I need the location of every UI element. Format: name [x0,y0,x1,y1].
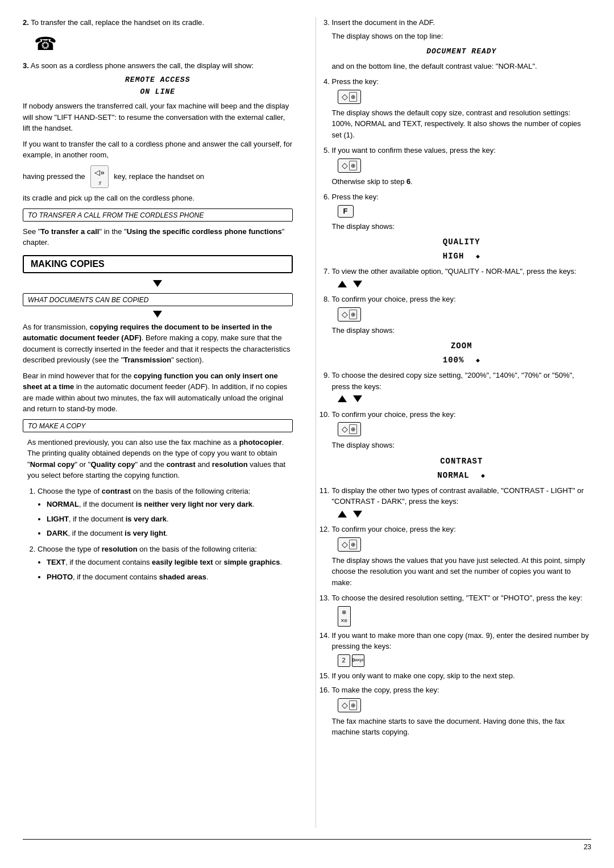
what-docs-para2: Bear in mind however that for the copyin… [23,370,293,415]
b2-bold: LIGHT [47,515,69,523]
diamond-icon-1: ◇ [342,91,348,103]
b4-post2: or [213,558,224,566]
bullet-photo: PHOTO, if the document contains shaded a… [47,571,293,583]
arrow-up-11 [338,511,347,518]
num-keys-group: 2 9wxyz [338,654,364,667]
right-step-9: To choose the desired copy size setting,… [332,370,592,406]
step1-post: on the basis of the following criteria: [131,487,250,495]
to-transfer-text: See "To transfer a call" in the "Using t… [23,226,293,248]
high-text: HIGH [443,252,464,261]
b5-bold2: shaded areas [159,573,206,581]
copy-icon-2: ⊕ [349,161,357,170]
b1-post: , if the document [79,500,136,508]
right-step-13: To choose the desired resolution setting… [332,592,592,627]
para3-post: key, replace the handset on [114,172,204,180]
copy-key-2[interactable]: ◇ ⊕ [338,158,361,173]
copy-icon-1: ⊕ [349,92,357,102]
page: 2. To transfer the call, replace the han… [0,0,614,868]
key-9[interactable]: 9wxyz [352,654,364,667]
step14-text: If you want to make more than one copy (… [332,631,589,651]
para3-left: having pressed the ◁» ꝿ key, replace the… [23,165,293,189]
tmc-bold5: resolution [212,460,248,469]
copy-icon-6: ⊕ [349,700,357,710]
step-2-label: 2. [23,18,29,27]
para2-left: If you want to transfer the call to a co… [23,139,293,161]
b4-bold3: simple graphics [223,558,280,566]
b1-bold2: is neither very light nor very dark [136,500,252,508]
arrow-right-normal: ⬥ [480,471,486,480]
page-footer: 23 [23,839,591,851]
step6-label: Press the key: [332,193,379,201]
copy-icon-3: ⊕ [349,310,357,319]
right-step-16: To make the copy, press the key: ◇ ⊕ The… [332,685,592,738]
high-display: HIGH ⬥ [332,251,592,262]
step9-arrows [338,394,592,406]
resolution-key[interactable]: ⊗ ×≡ [338,606,351,627]
bullet-text: TEXT, if the document contains easily le… [47,557,293,568]
copy-key-6[interactable]: ◇ ⊕ [338,698,361,712]
resolution-bullets: TEXT, if the document contains easily le… [47,557,293,582]
step5-key-row: ◇ ⊕ [338,158,592,173]
step13-key-row: ⊗ ×≡ [338,606,592,627]
what-docs-bold2: Transmission [123,356,171,364]
bullet-dark: DARK, if the document is very light. [47,528,293,539]
diamond-icon-6: ◇ [342,699,348,711]
f-key[interactable]: F [338,205,354,218]
b1-bold: NORMAL [47,500,79,508]
step4-desc: The display shows the default copy size,… [332,107,592,141]
contrast-display: CONTRAST [332,456,592,468]
cordless-key-icon: ◁» ꝿ [90,165,108,189]
bullet-normal: NORMAL, if the document is neither very … [47,499,293,510]
step1-pre: Choose the type of [38,487,102,495]
step16-key-row: ◇ ⊕ [338,698,592,712]
remote-access-header: REMOTE ACCESS [23,76,293,84]
step6-desc: The display shows: [332,221,592,232]
step16-desc: The fax machine starts to save the docum… [332,716,592,738]
copy-key-1[interactable]: ◇ ⊕ [338,90,361,104]
to-make-copy-content: As mentioned previously, you can also us… [27,437,293,583]
right-step-10: To confirm your choice, press the key: ◇… [332,409,592,482]
step2-pre: Choose the type of [38,545,102,553]
copy-icon-5: ⊕ [349,540,357,549]
arrow-down-9 [353,395,362,402]
document-ready-header: DOCUMENT READY [332,46,592,57]
step12-desc: The display shows the values that you ha… [332,555,592,589]
left-column: 2. To transfer the call, replace the han… [23,17,298,828]
contrast-bullets: NORMAL, if the document is neither very … [47,499,293,539]
zoom-val: 100% [443,356,464,365]
tmc-post3: " and the [135,460,166,469]
zoom-value-display: 100% ⬥ [332,354,592,366]
b3-bold2: is very light [125,529,165,537]
diamond-icon-5: ◇ [342,539,348,550]
display-shows-text: The display shows on the top line: [332,31,592,42]
to-make-copy-para1: As mentioned previously, you can also us… [27,437,293,481]
step11-text: To display the other two types of contra… [332,486,584,506]
step2-bold: resolution [102,545,138,553]
step-3-text-left: As soon as a cordless phone answers the … [31,61,254,70]
phone-icon: ☎ [34,34,57,54]
res-label: ×≡ [341,616,348,625]
right-column: Insert the document in the ADF. The disp… [316,17,592,828]
copy-key-4[interactable]: ◇ ⊕ [338,422,361,436]
copy-key-5[interactable]: ◇ ⊕ [338,537,361,552]
tmc-bold3: Quality copy [90,460,135,469]
copy-key-3[interactable]: ◇ ⊕ [338,307,361,322]
right-step-8: To confirm your choice, press the key: ◇… [332,294,592,366]
para3-pre: having pressed the [23,172,85,180]
to-make-copy-title: TO MAKE A COPY [28,422,86,430]
what-docs-arrow [23,311,293,319]
making-copies-title: MAKING COPIES [31,259,105,269]
step8-text: To confirm your choice, press the key: [332,295,456,303]
right-step-3: Insert the document in the ADF. The disp… [332,17,592,72]
key-2[interactable]: 2 [338,654,350,667]
tmc-bold4: contrast [167,460,196,469]
tmc-bold1: photocopier [239,438,282,446]
right-step-11: To display the other two types of contra… [332,485,592,521]
step10-text: To confirm your choice, press the key: [332,410,456,419]
left-step-1: Choose the type of contrast on the basis… [38,486,293,539]
step-3-label-left: 3. [23,61,29,70]
right-step-7: To view the other available option, "QUA… [332,266,592,290]
tmc-post4: and [196,460,212,469]
arrow-down-7 [353,281,362,287]
normal-val: NORMAL [437,471,469,480]
